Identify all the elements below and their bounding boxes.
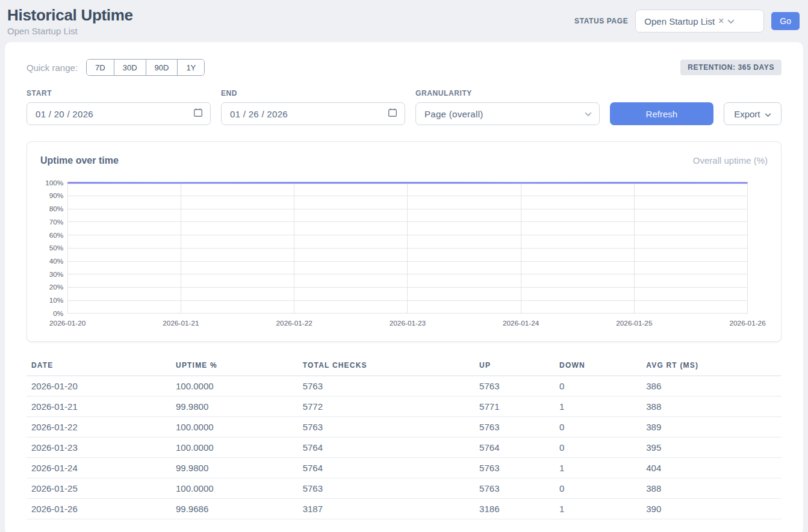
- x-tick-label: 2026-01-20: [49, 319, 86, 327]
- export-button[interactable]: Export: [724, 102, 782, 125]
- quick-range-label: Quick range:: [26, 63, 78, 73]
- table-row: 2026-01-2699.9686318731861390: [26, 499, 782, 519]
- end-field-group: END 01 / 26 / 2026: [221, 89, 405, 125]
- quick-range-group-wrap: Quick range: 7D30D90D1Y: [26, 59, 205, 76]
- status-page-select[interactable]: Open Startup List ×: [635, 10, 764, 32]
- main-panel: Quick range: 7D30D90D1Y RETENTION: 365 D…: [5, 42, 803, 532]
- cell-down: 0: [556, 478, 642, 499]
- y-tick-label: 50%: [49, 244, 64, 252]
- x-tick-label: 2026-01-21: [163, 319, 199, 327]
- cell-down: 0: [556, 376, 642, 397]
- quick-range-row: Quick range: 7D30D90D1Y RETENTION: 365 D…: [26, 59, 782, 76]
- start-date-value: 01 / 20 / 2026: [36, 109, 93, 119]
- table-row: 2026-01-2499.9800576457631404: [26, 458, 782, 478]
- cell-up: 5763: [476, 376, 556, 397]
- cell-total-checks: 5764: [299, 458, 476, 478]
- refresh-button[interactable]: Refresh: [610, 102, 713, 125]
- cell-avg-rt-ms: 395: [642, 438, 782, 458]
- cell-date: 2026-01-24: [26, 458, 172, 478]
- cell-total-checks: 5763: [299, 376, 476, 397]
- table-row: 2026-01-23100.0000576457640395: [26, 438, 782, 458]
- y-tick-label: 80%: [49, 205, 64, 212]
- cell-date: 2026-01-20: [26, 376, 172, 397]
- y-tick-label: 100%: [45, 179, 64, 187]
- end-date-value: 01 / 26 / 2026: [230, 109, 288, 119]
- cell-date: 2026-01-26: [26, 499, 172, 519]
- cell-avg-rt-ms: 388: [642, 397, 782, 417]
- calendar-icon[interactable]: [388, 108, 397, 120]
- start-label: START: [26, 89, 211, 97]
- uptime-chart-svg: 0%10%20%30%40%50%60%70%80%90%100%2026-01…: [40, 177, 768, 332]
- cell-avg-rt-ms: 404: [642, 458, 782, 478]
- cell-avg-rt-ms: 388: [642, 478, 782, 499]
- table-row: 2026-01-20100.0000576357630386: [26, 376, 782, 397]
- header-right: STATUS PAGE Open Startup List × Go: [574, 10, 800, 32]
- cell-avg-rt-ms: 390: [642, 499, 782, 519]
- quick-range-1y[interactable]: 1Y: [177, 60, 204, 75]
- quick-range-30d[interactable]: 30D: [114, 60, 146, 75]
- quick-range-7d[interactable]: 7D: [87, 60, 114, 75]
- x-tick-label: 2026-01-24: [503, 319, 539, 327]
- cell-avg-rt-ms: 386: [642, 376, 782, 397]
- chart-title: Uptime over time: [40, 155, 119, 166]
- retention-badge: RETENTION: 365 DAYS: [680, 60, 782, 75]
- cell-up: 5771: [476, 397, 556, 417]
- y-tick-label: 10%: [49, 296, 64, 304]
- x-tick-label: 2026-01-23: [390, 319, 426, 327]
- table-row: 2026-01-25100.0000576357630388: [26, 478, 782, 499]
- cell-uptime: 100.0000: [172, 438, 299, 458]
- x-tick-label: 2026-01-25: [616, 319, 653, 327]
- column-header-uptime: UPTIME %: [172, 356, 299, 376]
- cell-uptime: 100.0000: [172, 478, 299, 499]
- cell-total-checks: 5763: [299, 417, 476, 438]
- table-row: 2026-01-2199.9800577257711388: [26, 397, 782, 417]
- granularity-label: GRANULARITY: [415, 89, 600, 97]
- cell-down: 0: [556, 417, 642, 438]
- y-tick-label: 30%: [49, 270, 64, 278]
- page-subtitle: Open Startup List: [7, 26, 133, 36]
- cell-up: 5763: [476, 417, 556, 438]
- uptime-chart-card: Uptime over time Overall uptime (%) 0%10…: [26, 141, 782, 342]
- cell-date: 2026-01-25: [26, 478, 172, 499]
- table-head: DATEUPTIME %TOTAL CHECKSUPDOWNAVG RT (MS…: [26, 356, 782, 376]
- table-header-row: DATEUPTIME %TOTAL CHECKSUPDOWNAVG RT (MS…: [26, 356, 782, 376]
- column-header-down: DOWN: [556, 356, 642, 376]
- cell-uptime: 99.9800: [172, 397, 299, 417]
- granularity-select[interactable]: Page (overall): [415, 102, 600, 125]
- go-button[interactable]: Go: [771, 12, 800, 30]
- y-tick-label: 60%: [49, 231, 64, 239]
- cell-total-checks: 3187: [299, 499, 476, 519]
- x-tick-label: 2026-01-22: [276, 319, 312, 327]
- end-date-input[interactable]: 01 / 26 / 2026: [221, 102, 405, 125]
- cell-up: 3186: [476, 499, 556, 519]
- status-page-selected-value: Open Startup List: [644, 16, 715, 26]
- column-header-avg-rt-ms: AVG RT (MS): [642, 356, 782, 376]
- y-tick-label: 0%: [53, 309, 64, 317]
- column-header-up: UP: [476, 356, 556, 376]
- cell-up: 5763: [476, 458, 556, 478]
- cell-uptime: 99.9800: [172, 458, 299, 478]
- cell-date: 2026-01-22: [26, 417, 172, 438]
- cell-down: 1: [556, 499, 642, 519]
- start-date-input[interactable]: 01 / 20 / 2026: [26, 102, 211, 125]
- y-tick-label: 90%: [49, 191, 64, 199]
- cell-down: 1: [556, 458, 642, 478]
- cell-up: 5764: [476, 438, 556, 458]
- granularity-selected-value: Page (overall): [424, 109, 483, 119]
- cell-avg-rt-ms: 389: [642, 417, 782, 438]
- cell-down: 0: [556, 438, 642, 458]
- status-page-label: STATUS PAGE: [574, 17, 628, 25]
- column-header-date: DATE: [26, 356, 172, 376]
- quick-range-90d[interactable]: 90D: [146, 60, 178, 75]
- close-icon[interactable]: ×: [718, 16, 724, 26]
- calendar-icon[interactable]: [193, 108, 203, 120]
- granularity-field-group: GRANULARITY Page (overall): [415, 89, 600, 125]
- chart-header: Uptime over time Overall uptime (%): [40, 155, 768, 166]
- start-field-group: START 01 / 20 / 2026: [26, 89, 211, 125]
- y-tick-label: 20%: [49, 283, 64, 291]
- cell-uptime: 99.9686: [172, 499, 299, 519]
- chevron-down-icon: [765, 109, 771, 119]
- y-tick-label: 40%: [49, 257, 64, 265]
- table-row: 2026-01-22100.0000576357630389: [26, 417, 782, 438]
- header-titles: Historical Uptime Open Startup List: [7, 6, 133, 36]
